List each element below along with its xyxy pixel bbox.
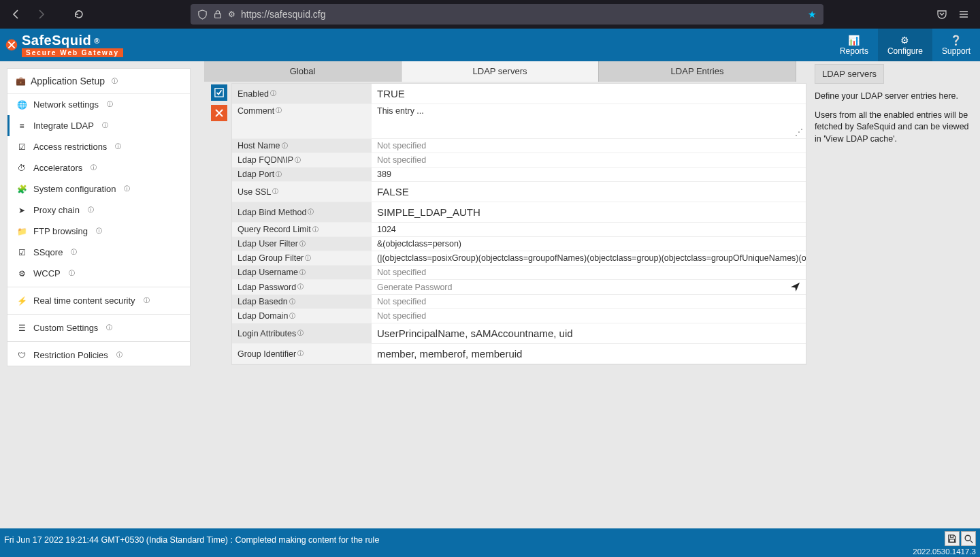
nav-reports-label: Reports [840,46,868,56]
logo-reg: ® [94,37,100,45]
pocket-icon[interactable] [932,5,951,24]
permissions-icon: ⚙ [228,10,235,19]
browser-toolbar: ⚙ https://safesquid.cfg ★ [0,0,980,29]
lock-icon [213,10,223,19]
back-button[interactable] [7,5,26,24]
nav-configure-label: Configure [887,46,923,56]
url-text: https://safesquid.cfg [241,9,326,20]
svg-rect-0 [215,14,221,18]
gears-icon: ⚙ [900,35,909,45]
nav-support-label: Support [942,46,970,56]
url-bar[interactable]: ⚙ https://safesquid.cfg ★ [191,4,823,25]
nav-support[interactable]: ❔ Support [932,29,980,61]
logo: SafeSquid® Secure Web Gateway [0,33,123,57]
chart-icon: 📊 [848,35,860,45]
hamburger-menu-icon[interactable] [954,5,973,24]
forward-button[interactable] [31,5,50,24]
app-header: SafeSquid® Secure Web Gateway 📊 Reports … [0,29,980,61]
nav-configure[interactable]: ⚙ Configure [878,29,932,61]
bookmark-star-icon[interactable]: ★ [808,9,817,20]
reload-button[interactable] [69,5,88,24]
logo-icon [4,37,19,52]
logo-title: SafeSquid [22,33,91,48]
help-icon: ❔ [950,35,962,45]
shield-icon [197,10,208,20]
nav-reports[interactable]: 📊 Reports [830,29,878,61]
logo-tagline: Secure Web Gateway [22,48,123,57]
